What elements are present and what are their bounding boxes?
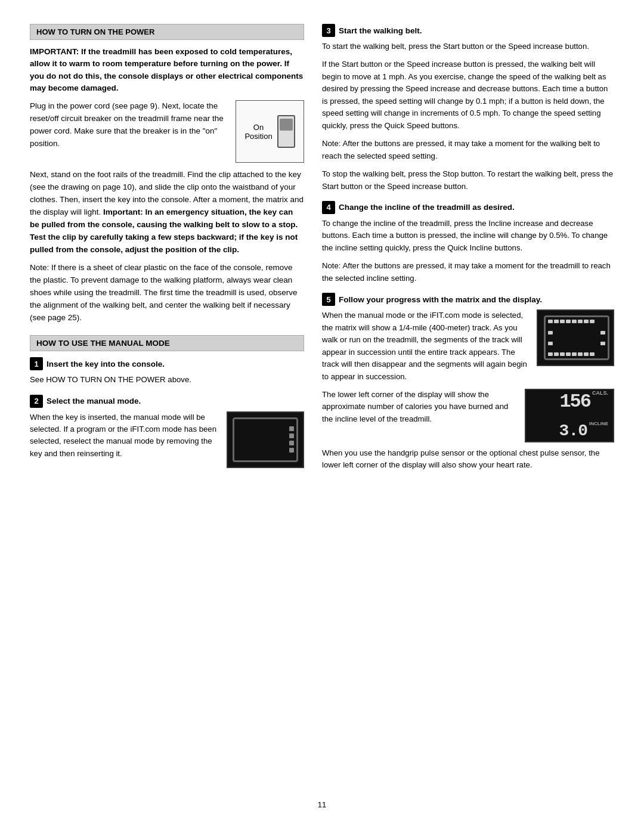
page: HOW TO TURN ON THE POWER IMPORTANT: If t… [0, 0, 644, 833]
seg-t8 [590, 320, 595, 323]
seg-b3 [560, 352, 565, 356]
track-outline [233, 417, 298, 462]
seg-t3 [560, 320, 565, 323]
position-label: Position [244, 132, 272, 141]
seg-b6 [578, 352, 583, 356]
power-para3: Note: If there is a sheet of clear plast… [30, 262, 304, 324]
step4-para1: To change the incline of the treadmill, … [322, 218, 614, 254]
seg-b8 [590, 352, 595, 356]
seg-ml [548, 331, 553, 335]
manual-section: HOW TO USE THE MANUAL MODE 1 Insert the … [30, 335, 304, 472]
incline-value: 3.0 [559, 418, 587, 444]
step3-body: To start the walking belt, press the Sta… [322, 41, 614, 193]
step5-header: 5 Follow your progress with the matrix a… [322, 293, 614, 306]
seg-mr [600, 331, 605, 335]
seg-middle2 [548, 342, 605, 345]
step2-header: 2 Select the manual mode. [30, 395, 304, 408]
track-segments [289, 426, 294, 453]
step3-para2: If the Start button or the Speed increas… [322, 58, 614, 132]
seg-b2 [554, 352, 559, 356]
seg-row-bottom [548, 352, 605, 356]
seg4 [289, 448, 294, 453]
step5-calorie-block: 156 CALS. 3.0 INCLINE The lower left cor… [322, 389, 614, 447]
step2-title: Select the manual mode. [47, 397, 141, 405]
page-number: 11 [30, 800, 614, 809]
step3-title: Start the walking belt. [339, 26, 422, 35]
switch-knob [280, 119, 293, 131]
seg2 [289, 433, 294, 438]
incline-value-row: 3.0 INCLINE [531, 418, 608, 444]
seg-t6 [578, 320, 583, 323]
right-track-display [537, 309, 614, 366]
step1-header: 1 Insert the key into the console. [30, 357, 304, 370]
step3-para4: To stop the walking belt, press the Stop… [322, 168, 614, 193]
power-section: HOW TO TURN ON THE POWER IMPORTANT: If t… [30, 24, 304, 324]
step4-header: 4 Change the incline of the treadmill as… [322, 201, 614, 214]
seg-b1 [548, 352, 553, 356]
step3-para1: To start the walking belt, press the Sta… [322, 41, 614, 52]
seg-t7 [584, 320, 589, 323]
seg-row-top [548, 320, 605, 323]
on-position-figure: On Position [236, 100, 304, 163]
power-para2: Next, stand on the foot rails of the tre… [30, 169, 304, 256]
right-track [544, 315, 609, 360]
step3-para3: Note: After the buttons are pressed, it … [322, 138, 614, 162]
left-column: HOW TO TURN ON THE POWER IMPORTANT: If t… [30, 24, 304, 788]
seg-b7 [584, 352, 589, 356]
manual-matrix-display [227, 411, 304, 468]
step5-title: Follow your progress with the matrix and… [339, 295, 542, 304]
step5-num: 5 [322, 293, 335, 306]
step1-num: 1 [30, 357, 43, 370]
manual-header: HOW TO USE THE MANUAL MODE [30, 335, 304, 351]
seg-mr2 [600, 342, 605, 345]
step1-title: Insert the key into the console. [47, 360, 165, 368]
step3-num: 3 [322, 24, 335, 37]
cal-value-row: 156 CALS. [531, 387, 608, 417]
step4-body: To change the incline of the treadmill, … [322, 218, 614, 284]
on-position-label: On Position [244, 123, 272, 141]
step4-num: 4 [322, 201, 335, 214]
step2-num: 2 [30, 395, 43, 408]
right-column: 3 Start the walking belt. To start the w… [322, 24, 614, 788]
seg-middle [548, 331, 605, 335]
on-label: On [253, 123, 264, 132]
step1-body: See HOW TO TURN ON THE POWER above. [30, 374, 304, 386]
step3-header: 3 Start the walking belt. [322, 24, 614, 37]
calorie-unit: CALS. [592, 389, 608, 398]
calorie-value: 156 [559, 387, 590, 417]
seg-t4 [566, 320, 571, 323]
power-header: HOW TO TURN ON THE POWER [30, 24, 304, 40]
seg-t1 [548, 320, 553, 323]
seg1 [289, 426, 294, 431]
seg3 [289, 441, 294, 445]
seg-b4 [566, 352, 571, 356]
switch-icon [277, 115, 295, 148]
important-text: IMPORTANT: If the treadmill has been exp… [30, 46, 304, 94]
seg-b5 [572, 352, 577, 356]
step2-body: When the key is inserted, the manual mod… [30, 411, 304, 473]
step5-para3: When you use the handgrip pulse sensor o… [322, 447, 614, 472]
step4-para2: Note: After the buttons are pressed, it … [322, 260, 614, 284]
step5-matrix-block: When the manual mode or the iFIT.com mod… [322, 309, 614, 389]
power-para1-block: On Position Plug in the power cord (see … [30, 100, 304, 169]
seg-ml2 [548, 342, 553, 345]
step1-para: See HOW TO TURN ON THE POWER above. [30, 374, 304, 386]
calorie-display: 156 CALS. 3.0 INCLINE [525, 389, 614, 442]
step5-body: When the manual mode or the iFIT.com mod… [322, 309, 614, 472]
seg-t5 [572, 320, 577, 323]
seg-t2 [554, 320, 559, 323]
incline-unit: INCLINE [589, 420, 608, 428]
step4-title: Change the incline of the treadmill as d… [339, 203, 515, 212]
